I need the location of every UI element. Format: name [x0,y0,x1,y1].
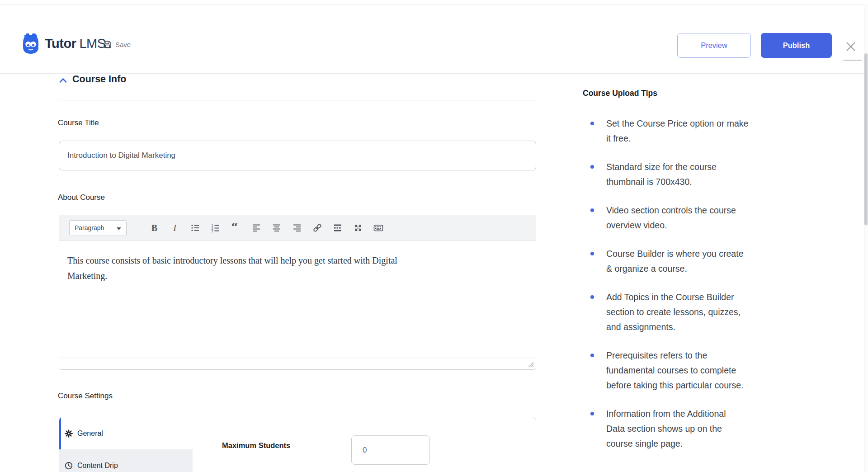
editor-toolbar: Paragraph B I 1 2 3 [59,215,536,241]
scrollbar-thumb[interactable] [864,53,868,225]
align-left-icon [252,223,261,232]
settings-tab-list: General Content Drip [59,417,193,472]
bold-icon: B [151,223,157,233]
tip-text: Standard size for the course thumbnail i… [606,162,717,187]
bulleted-list-icon [191,223,200,232]
align-left-button[interactable] [246,220,266,236]
bullet-dot-icon [590,354,594,357]
fullscreen-button[interactable] [348,220,368,236]
editor-statusbar [59,358,536,369]
course-settings-label: Course Settings [58,392,113,401]
maximum-students-input[interactable] [351,435,430,465]
preview-button[interactable]: Preview [677,33,751,58]
bullet-dot-icon [590,412,594,415]
settings-tab-content-drip-label: Content Drip [77,462,118,470]
chevron-up-icon [59,78,67,83]
close-x-icon [845,41,856,52]
align-right-icon [292,223,302,232]
brand-name-light: LMS [79,36,105,51]
bullet-dot-icon [590,165,594,169]
course-upload-tips-panel: Course Upload Tips Set the Course Price … [583,86,809,465]
publish-button[interactable]: Publish [761,33,832,58]
course-builder-page: TutorLMS Save Preview Publish [0,0,868,472]
tip-item: Prerequisites refers to the fundamental … [583,348,809,393]
about-course-editor: Paragraph B I 1 2 3 [59,215,536,370]
link-icon [312,223,322,233]
close-button[interactable] [844,40,858,54]
blockquote-icon: “ [231,223,241,232]
tip-item: Set the Course Price option or make it f… [583,116,809,146]
tips-list: Set the Course Price option or make it f… [583,116,809,451]
maximum-students-label: Maximum Students [222,441,290,450]
tip-text: Set the Course Price option or make it f… [606,118,748,143]
course-title-label: Course Title [58,118,99,127]
course-info-collapse-toggle[interactable] [59,78,67,85]
bullet-dot-icon [590,208,594,212]
bullet-dot-icon [590,295,594,299]
caret-down-icon [117,227,121,230]
clock-icon [65,462,73,470]
tip-item: Add Topics in the Course Builder section… [583,290,809,335]
tip-text: Add Topics in the Course Builder section… [606,292,741,332]
floppy-save-icon [103,40,112,49]
align-center-button[interactable] [266,220,287,236]
insert-link-button[interactable] [307,220,327,236]
numbered-list-icon: 1 2 3 [211,223,220,232]
brand-logo: TutorLMS [22,33,106,54]
bulleted-list-button[interactable] [185,220,205,236]
tutor-lms-owl-icon [22,33,40,54]
resize-handle-icon[interactable] [528,362,534,368]
about-course-text: This course consists of basic introducto… [67,253,497,283]
settings-tab-general-label: General [77,430,103,438]
section-divider [58,100,537,100]
bold-button[interactable]: B [144,220,165,236]
paragraph-dropdown-label: Paragraph [75,224,104,231]
close-underline-decoration [843,60,862,61]
keyboard-shortcuts-button[interactable] [368,220,388,236]
about-course-label: About Course [58,193,105,202]
italic-icon: I [173,223,176,233]
bullet-dot-icon [590,122,594,125]
gear-icon [65,430,73,438]
brand-name-bold: Tutor [45,36,76,51]
tip-text: Video section controls the course overvi… [606,205,736,230]
read-more-icon [333,223,342,232]
fullscreen-icon [354,223,363,232]
editor-content-area[interactable]: This course consists of basic introducto… [59,241,536,347]
tip-text: Prerequisites refers to the fundamental … [606,350,744,390]
blockquote-button[interactable]: “ [226,220,246,236]
course-info-section-title: Course Info [72,74,126,85]
svg-text:“: “ [231,223,238,232]
tip-item: Information from the Additional Data sec… [583,406,809,451]
tips-heading: Course Upload Tips [583,89,809,98]
settings-tab-general[interactable]: General [59,417,193,449]
numbered-list-button[interactable]: 1 2 3 [205,220,226,236]
save-label: Save [115,41,131,48]
tip-item: Standard size for the course thumbnail i… [583,160,809,189]
align-center-icon [272,223,281,232]
align-right-button[interactable] [287,220,307,236]
keyboard-icon [373,223,383,232]
italic-button[interactable]: I [165,220,185,236]
bullet-dot-icon [590,252,594,255]
svg-text:3: 3 [211,230,213,232]
brand-name: TutorLMS [45,36,106,51]
settings-tab-content-drip[interactable]: Content Drip [59,449,193,472]
save-button[interactable]: Save [103,40,131,49]
header-bar: TutorLMS Save Preview Publish [0,5,868,74]
paragraph-style-dropdown[interactable]: Paragraph [69,220,127,236]
toolbar-buttons: B I 1 2 3 [144,220,388,236]
tip-item: Course Builder is where you create & org… [583,246,809,276]
tip-item: Video section controls the course overvi… [583,203,809,233]
scrollbar-track[interactable] [864,5,868,472]
tip-text: Course Builder is where you create & org… [606,249,743,274]
read-more-tag-button[interactable] [327,220,348,236]
course-settings-panel: General Content Drip Maximum Students [59,417,536,472]
tip-text: Information from the Additional Data sec… [606,409,726,448]
course-title-input[interactable] [59,141,536,170]
